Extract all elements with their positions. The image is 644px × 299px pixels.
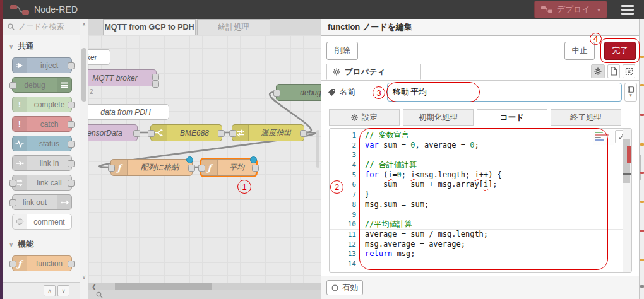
line-number: 9	[330, 210, 365, 220]
code-line-4[interactable]: 4// 合計値計算	[330, 160, 623, 170]
expand-tray-button[interactable]	[623, 64, 635, 78]
workspace: MQTT from GCP to PDH統計処理 2 MQTT brokerMQ…	[88, 19, 321, 299]
tab-properties[interactable]: プロパティ	[326, 64, 421, 80]
palette-category-0[interactable]: ∨共通	[3, 35, 80, 57]
code-line-6[interactable]: 6 sum = sum + msg.array[i];	[330, 180, 623, 190]
flow-node-hairetsu-ni-kakunou[interactable]: ƒ配列に格納	[110, 159, 193, 176]
output-port[interactable]	[133, 130, 140, 137]
text-format-button[interactable]: ▾	[624, 83, 637, 102]
input-port[interactable]	[9, 261, 16, 267]
palette-scrollbar[interactable]: ∧ ∨	[80, 19, 88, 299]
output-port[interactable]	[68, 102, 75, 108]
output-port[interactable]	[300, 130, 307, 137]
input-port[interactable]	[198, 165, 205, 172]
input-port[interactable]	[9, 82, 16, 89]
code-line-1[interactable]: 1// 変数宣言	[330, 131, 623, 141]
deploy-caret-icon[interactable]: ▾	[597, 6, 600, 13]
output-port[interactable]	[218, 130, 225, 137]
output-port-1[interactable]	[152, 74, 159, 81]
code-line-13[interactable]: 13return msg;	[330, 249, 623, 259]
code-line-11[interactable]: 11average = sum / msg.length;	[330, 230, 623, 240]
output-port[interactable]	[252, 165, 259, 172]
cancel-button[interactable]: 中止	[564, 42, 595, 60]
output-port[interactable]	[68, 62, 75, 69]
main-menu-button[interactable]	[617, 3, 638, 17]
flow-node-sensordata[interactable]: SensorData	[88, 124, 138, 141]
palette-node-debug[interactable]: debug	[12, 77, 72, 93]
output-port[interactable]	[68, 180, 75, 187]
palette-node-function[interactable]: ƒfunction	[12, 255, 72, 271]
code-editor[interactable]: 1// 変数宣言2var sum = 0, average = 0;34// 合…	[329, 128, 632, 273]
input-port[interactable]	[9, 180, 16, 187]
palette-scrollbar-thumb[interactable]	[81, 48, 86, 102]
palette-node-link-in[interactable]: link in	[12, 155, 72, 171]
minimap[interactable]	[593, 130, 614, 145]
code-line-12[interactable]: 12msg.average = average;	[330, 240, 623, 250]
code-line-2[interactable]: 2var sum = 0, average = 0;	[330, 141, 623, 151]
output-port-2[interactable]	[152, 81, 159, 88]
done-button[interactable]: 完了	[604, 42, 636, 60]
input-port[interactable]	[273, 90, 280, 97]
canvas-hscrollbar-thumb[interactable]	[115, 283, 212, 290]
output-port[interactable]	[68, 121, 75, 128]
tab-コード[interactable]: コード	[477, 109, 547, 126]
palette-node-status[interactable]: status	[12, 136, 72, 151]
tab-初期化処理[interactable]: 初期化処理	[403, 109, 474, 126]
name-input[interactable]: 移動平均	[387, 83, 622, 102]
output-port[interactable]	[68, 160, 75, 167]
input-port[interactable]	[148, 130, 155, 137]
input-port[interactable]	[9, 199, 16, 206]
flow-canvas[interactable]: 2 MQTT brokerMQTT brokerdata from PDHSen…	[88, 35, 321, 299]
flow-node-debug1[interactable]: debug 1	[276, 84, 321, 101]
code-line-3[interactable]: 3	[330, 150, 623, 160]
scroll-left-icon[interactable]: ❮	[92, 283, 97, 290]
editor-scrollbar[interactable]	[623, 129, 631, 272]
palette-node-link-out[interactable]: link out	[12, 194, 72, 210]
output-port[interactable]	[188, 165, 195, 172]
palette-node-catch[interactable]: !catch	[12, 116, 72, 132]
flow-node-comment-pdh[interactable]: data from PDH	[88, 104, 169, 120]
tag-icon	[328, 88, 336, 97]
tab-設定[interactable]: 設定	[329, 109, 400, 126]
palette-search[interactable]: ノードを検索	[3, 19, 80, 35]
code-line-9[interactable]: 9	[330, 210, 623, 220]
output-port[interactable]	[68, 261, 75, 267]
canvas-hscrollbar[interactable]: ❮	[88, 283, 321, 290]
flow-node-heikin[interactable]: ƒ平均	[201, 159, 256, 176]
node-description-button[interactable]	[607, 64, 620, 78]
enabled-toggle-button[interactable]: 有効	[326, 280, 363, 295]
scroll-down-icon[interactable]: ∨	[80, 274, 88, 280]
flow-tab-1[interactable]: 統計処理	[197, 19, 270, 35]
code-line-5[interactable]: 5for (i=0; i<msg.length; i++) {	[330, 170, 623, 180]
flow-node-ondo-chushutsu[interactable]: 温度抽出	[232, 124, 304, 141]
flow-node-bme688[interactable]: BME688	[150, 124, 222, 141]
palette-node-inject[interactable]: inject	[12, 57, 72, 73]
palette-node-link-call[interactable]: link call	[12, 175, 72, 191]
zoom-search-icon[interactable]	[96, 291, 103, 298]
node-settings-button[interactable]	[591, 64, 605, 78]
flow-tab-0[interactable]: MQTT from GCP to PDH	[103, 19, 196, 35]
input-port[interactable]	[229, 130, 236, 137]
delete-button[interactable]: 削除	[326, 42, 358, 60]
output-port[interactable]	[68, 141, 75, 148]
input-port[interactable]	[108, 165, 115, 172]
code-line-7[interactable]: 7}	[330, 190, 623, 200]
scroll-up-icon[interactable]: ∧	[80, 21, 88, 28]
flow-tab-label: MQTT from GCP to PDH	[104, 23, 194, 32]
flow-node-mqtt-broker[interactable]: MQTT broker	[88, 69, 157, 86]
code-line-14[interactable]: 14	[330, 259, 623, 269]
right-sidebar-strip[interactable]	[639, 19, 644, 299]
canvas-vscrollbar-thumb[interactable]	[316, 130, 319, 168]
expand-all-button[interactable]: ∨	[57, 285, 69, 296]
tab-終了処理[interactable]: 終了処理	[551, 109, 621, 126]
code-text: // 合計値計算	[365, 160, 417, 170]
palette-node-complete[interactable]: !complete	[12, 97, 72, 112]
collapse-all-button[interactable]: ∧	[44, 285, 56, 296]
palette-category-1[interactable]: ∨機能	[3, 233, 80, 255]
line-number: 10	[330, 220, 365, 229]
code-line-10[interactable]: 10//平均値計算	[330, 220, 623, 230]
deploy-button[interactable]: デプロイ ▾	[534, 1, 607, 18]
code-line-8[interactable]: 8msg.sum = sum;	[330, 200, 623, 210]
flow-node-comment-broker[interactable]: MQTT broker	[88, 49, 110, 65]
palette-node-comment[interactable]: comment	[12, 214, 72, 230]
